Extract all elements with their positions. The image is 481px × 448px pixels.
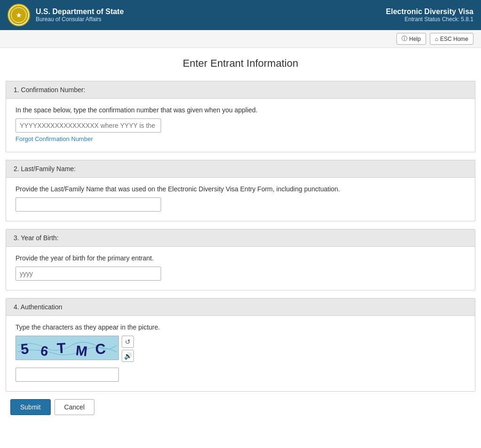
header-left: ★ U.S. Department of State Bureau of Con… <box>8 4 124 26</box>
main-content: Enter Entrant Information 1. Confirmatio… <box>1 48 480 424</box>
svg-text:M: M <box>75 343 88 359</box>
home-icon: ⌂ <box>435 36 438 42</box>
year-of-birth-section: 3. Year of Birth: Provide the year of bi… <box>6 229 475 291</box>
page-title: Enter Entrant Information <box>6 57 475 70</box>
audio-icon: 🔊 <box>124 352 132 360</box>
agency-name: U.S. Department of State <box>36 8 124 16</box>
authentication-desc: Type the characters as they appear in th… <box>16 323 465 331</box>
program-subtitle: Entrant Status Check: 5.8.1 <box>386 16 473 23</box>
help-icon: ⓘ <box>402 35 407 43</box>
help-label: Help <box>409 36 421 42</box>
submit-button[interactable]: Submit <box>10 399 51 415</box>
captcha-container: 5 6 T M C ↺ 🔊 <box>16 336 465 362</box>
confirmation-section: 1. Confirmation Number: In the space bel… <box>6 81 475 152</box>
authentication-section-header: 4. Authentication <box>6 299 475 316</box>
last-name-section-header: 2. Last/Family Name: <box>6 160 475 178</box>
confirmation-number-input[interactable] <box>16 118 161 133</box>
esc-home-button[interactable]: ⌂ ESC Home <box>430 33 473 45</box>
captcha-refresh-button[interactable]: ↺ <box>122 336 134 348</box>
last-name-input[interactable] <box>16 197 161 212</box>
esc-home-label: ESC Home <box>440 36 468 42</box>
last-name-section: 2. Last/Family Name: Provide the Last/Fa… <box>6 160 475 221</box>
year-of-birth-input[interactable] <box>16 267 161 281</box>
authentication-section-body: Type the characters as they appear in th… <box>6 316 475 391</box>
year-of-birth-section-header: 3. Year of Birth: <box>6 229 475 247</box>
svg-text:★: ★ <box>16 12 22 19</box>
svg-text:5: 5 <box>20 340 29 357</box>
program-title: Electronic Diversity Visa <box>386 8 473 16</box>
captcha-input[interactable] <box>16 368 119 382</box>
year-of-birth-section-body: Provide the year of birth for the primar… <box>6 247 475 290</box>
refresh-icon: ↺ <box>125 338 131 346</box>
captcha-image: 5 6 T M C <box>16 336 119 360</box>
action-bar: Submit Cancel <box>6 399 475 415</box>
year-of-birth-desc: Provide the year of birth for the primar… <box>16 254 465 262</box>
agency-info: U.S. Department of State Bureau of Consu… <box>36 8 124 23</box>
confirmation-section-header: 1. Confirmation Number: <box>6 81 475 99</box>
confirmation-desc: In the space below, type the confirmatio… <box>16 106 465 114</box>
svg-text:T: T <box>56 340 66 357</box>
svg-text:C: C <box>95 340 107 357</box>
bureau-name: Bureau of Consular Affairs <box>36 16 124 23</box>
page-header: ★ U.S. Department of State Bureau of Con… <box>0 0 481 30</box>
agency-seal: ★ <box>8 4 30 26</box>
last-name-section-body: Provide the Last/Family Name that was us… <box>6 178 475 221</box>
last-name-desc: Provide the Last/Family Name that was us… <box>16 185 465 193</box>
captcha-buttons: ↺ 🔊 <box>122 336 134 362</box>
help-button[interactable]: ⓘ Help <box>396 33 426 45</box>
program-info: Electronic Diversity Visa Entrant Status… <box>386 8 473 23</box>
cancel-button[interactable]: Cancel <box>54 399 95 415</box>
utility-bar: ⓘ Help ⌂ ESC Home <box>0 30 481 48</box>
confirmation-section-body: In the space below, type the confirmatio… <box>6 99 475 152</box>
authentication-section: 4. Authentication Type the characters as… <box>6 298 475 392</box>
captcha-audio-button[interactable]: 🔊 <box>122 350 134 362</box>
forgot-confirmation-link[interactable]: Forgot Confirmation Number <box>16 135 93 142</box>
